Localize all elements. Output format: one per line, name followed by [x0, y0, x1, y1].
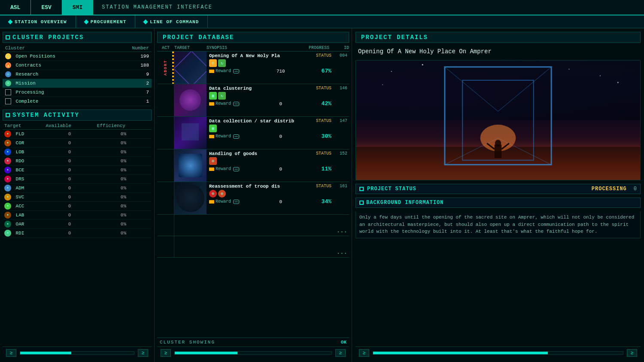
activity-efficiency: 0% — [95, 148, 152, 157]
reward-val-5: 0 — [279, 199, 283, 204]
thumb-decoration-1 — [174, 52, 207, 84]
table-row[interactable]: Complete 1 — [3, 97, 152, 106]
proj-icons-row-2: ▣ ↻ — [209, 92, 331, 100]
activity-row[interactable]: ✦ COR 0 0% — [3, 139, 152, 148]
cluster-cell-value: 7 — [109, 88, 152, 97]
reward-label-3: Reward — [209, 134, 240, 139]
activity-row[interactable]: ✦ SVC 0 0% — [3, 193, 152, 202]
activity-row[interactable]: ✦ FLD 0 0% — [3, 130, 152, 139]
abort-col-5 — [157, 182, 174, 214]
tab-asl[interactable]: ASL — [0, 0, 31, 15]
progress-pct-3: 30% — [322, 133, 331, 140]
proj-icon-3a: ▣ — [209, 125, 217, 132]
project-row-5[interactable]: Reassessment of troop dis STATUS ⊗ ⊗ Rew… — [157, 182, 349, 215]
activity-row[interactable]: ✦ BCE 0 0% — [3, 166, 152, 175]
activity-table: Target Available Efficiency ✦ FLD 0 0% ✦… — [3, 122, 152, 238]
project-row-2[interactable]: Data clustering STATUS ▣ ↻ Reward 0 — [157, 84, 349, 117]
abort-col-1: ABORT — [157, 52, 174, 84]
empty-row-2: ... — [157, 236, 349, 258]
status-bar-icon — [359, 187, 364, 191]
table-row[interactable]: ✿ Mission 2 — [3, 79, 152, 88]
activity-target: ✦ LOB — [3, 148, 44, 157]
right-bar-prev-btn[interactable]: ≥ — [359, 349, 369, 357]
activity-available: 0 — [44, 157, 95, 166]
nav-line-of-command[interactable]: LINE OF COMMAND — [135, 15, 208, 28]
abort-label-1: ABORT — [164, 60, 168, 76]
target-icon: ✦ — [4, 158, 11, 164]
project-thumb-2 — [174, 84, 207, 116]
target-icon: ✦ — [4, 203, 11, 210]
cluster-showing-ok-btn[interactable]: OK — [341, 340, 346, 345]
target-icon: ✦ — [4, 230, 11, 237]
right-bar-next-btn[interactable]: ≥ — [627, 349, 637, 357]
activity-row[interactable]: ✦ LOB 0 0% — [3, 148, 152, 157]
proj-title-row-5: Reassessment of troop dis STATUS — [209, 184, 331, 189]
activity-row[interactable]: ✦ RDO 0 0% — [3, 157, 152, 166]
diamond-icon-3 — [143, 19, 148, 24]
reward-label-1: Reward — [209, 69, 240, 73]
mid-bar-fill — [175, 352, 237, 354]
nav-station-overview[interactable]: STATION OVERVIEW — [0, 15, 76, 28]
abort-col-e2 — [157, 236, 174, 257]
link-icon-3 — [233, 134, 239, 139]
tab-smi[interactable]: SMI — [62, 0, 93, 15]
table-row[interactable]: 🔥 Contracts 188 — [3, 61, 152, 70]
activity-efficiency: 0% — [95, 139, 152, 148]
system-activity-header: SYSTEM ACTIVITY — [3, 110, 152, 121]
activity-row[interactable]: ✦ OAR 0 0% — [3, 220, 152, 229]
mid-bar-next-btn[interactable]: ≥ — [335, 349, 346, 357]
proj-title-row-1: Opening Of A New Holy Pla STATUS — [209, 53, 331, 58]
thumb-shape-5 — [174, 182, 207, 214]
activity-target: ✦ LAB — [3, 211, 44, 220]
project-list: ABORT Opening Of A New Holy Pla STATUS ⚙ — [157, 52, 349, 338]
abort-col-3 — [157, 117, 174, 149]
cluster-cell-value: 199 — [109, 52, 152, 61]
tab-esv[interactable]: ESV — [31, 0, 62, 15]
left-bar-prev-btn[interactable]: ≥ — [6, 349, 16, 357]
svg-point-16 — [568, 69, 569, 70]
reward-bar-icon-2 — [209, 102, 214, 106]
right-bar-track[interactable] — [373, 351, 623, 355]
activity-available: 0 — [44, 229, 95, 238]
activity-row[interactable]: ✦ LAB 0 0% — [3, 211, 152, 220]
project-thumb-5 — [174, 182, 207, 214]
target-icon: ✦ — [4, 221, 11, 228]
activity-row[interactable]: ✦ ACC 0 0% — [3, 202, 152, 211]
project-row-3[interactable]: Data collection / star distrib STATUS ▣ … — [157, 117, 349, 149]
header-square-icon — [6, 35, 10, 40]
db-col-headers: ACT TARGET SYNOPSIS PROGRESS ID — [157, 45, 349, 52]
table-row[interactable]: Processing 7 — [3, 88, 152, 97]
project-status-1: STATUS — [316, 53, 331, 58]
activity-available: 0 — [44, 130, 95, 139]
col-act: ACT — [157, 46, 174, 50]
project-info-5: Reassessment of troop dis STATUS ⊗ ⊗ Rew… — [207, 182, 334, 214]
bg-info-label: BACKGROUND INFORMATION — [366, 200, 444, 206]
activity-row[interactable]: ✦ ADM 0 0% — [3, 184, 152, 193]
project-row-1[interactable]: ABORT Opening Of A New Holy Pla STATUS ⚙ — [157, 52, 349, 84]
activity-row[interactable]: ✦ DRS 0 0% — [3, 175, 152, 184]
left-bar-fill — [20, 352, 71, 354]
project-id-3: 147 — [334, 117, 349, 149]
table-row[interactable]: ★ Open Positions 199 — [3, 52, 152, 61]
left-bar-next-btn[interactable]: ≥ — [138, 349, 148, 357]
project-image-bg — [356, 61, 640, 180]
left-bar-track[interactable] — [20, 351, 134, 355]
activity-efficiency: 0% — [95, 220, 152, 229]
project-row-4[interactable]: Handling of goods STATUS ⊗ Reward 0 11 — [157, 149, 349, 182]
proj-title-row-4: Handling of goods STATUS — [209, 151, 331, 156]
link-icon-5 — [233, 200, 239, 204]
system-activity-title: SYSTEM ACTIVITY — [12, 112, 79, 119]
table-row[interactable]: ◎ Research 9 — [3, 70, 152, 79]
activity-col-target: Target — [3, 122, 44, 130]
mid-bar-prev-btn[interactable]: ≥ — [161, 349, 171, 357]
abort-col-e1 — [157, 215, 174, 236]
activity-available: 0 — [44, 139, 95, 148]
mid-bar-track[interactable] — [174, 351, 332, 355]
project-status-5: STATUS — [316, 184, 331, 189]
activity-row[interactable]: ✦ RDI 0 0% — [3, 229, 152, 238]
cluster-table: Cluster Number ★ Open Positions 199 — [3, 45, 152, 106]
target-icon: ✦ — [4, 212, 11, 219]
header-square-icon-2 — [6, 113, 10, 117]
nav-procurement[interactable]: PROCUREMENT — [76, 15, 136, 28]
activity-available: 0 — [44, 193, 95, 202]
